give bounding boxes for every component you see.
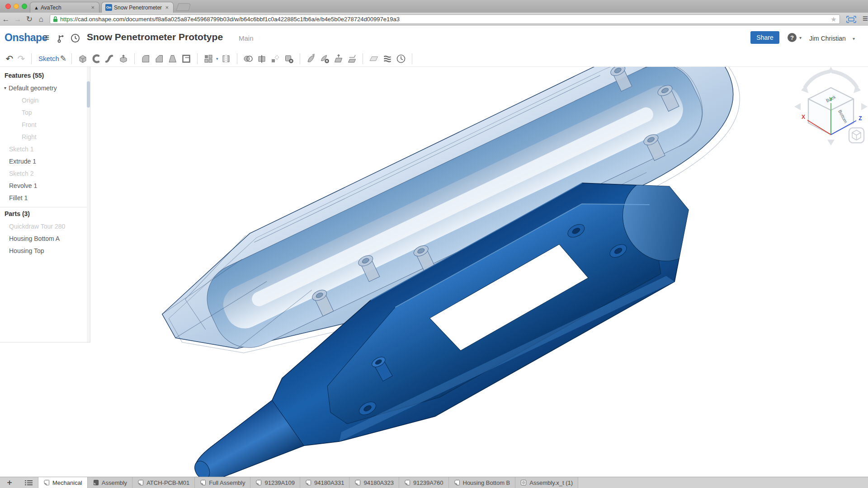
scrollbar-thumb[interactable] [87,81,90,108]
linear-pattern-icon[interactable] [203,53,214,64]
feature-item-extrude-1[interactable]: Extrude 1 [0,155,90,167]
tab-label: Full Assembly [209,479,245,486]
tab-label: ATCH-PCB-M01 [146,479,189,486]
part-label: Quickdraw Tour 280 [9,223,65,230]
element-tab-91239a760[interactable]: 91239A760 [399,477,449,488]
features-scrollbar[interactable] [87,67,90,342]
sweep-icon[interactable] [104,53,115,64]
plane-icon[interactable] [368,53,379,64]
element-tab-mechanical[interactable]: Mechanical [38,477,88,488]
replace-face-icon[interactable] [346,53,357,64]
feature-label: Revolve 1 [9,182,37,189]
delete-part-icon[interactable] [283,53,294,64]
part-item-housing-top[interactable]: Housing Top [0,244,90,257]
history-clock-icon[interactable] [396,53,406,64]
move-face-icon[interactable] [333,53,344,64]
tab-close-icon[interactable]: × [164,4,170,11]
element-tab-assembly-xt[interactable]: Assembly.x_t (1) [515,477,578,488]
browser-tab-strip: ▲ AvaTech × On Snow Penetrometer Protot … [0,0,868,13]
feature-item-sketch-2[interactable]: Sketch 2 [0,167,90,179]
element-tab-housing-bottom-b[interactable]: Housing Bottom B [449,477,516,488]
feature-item-front[interactable]: Front [0,118,90,131]
split-icon[interactable] [256,53,267,64]
loft-icon[interactable] [118,53,129,64]
modify-fillet-icon[interactable] [306,53,316,64]
undo-button[interactable]: ↶ [4,53,15,64]
feature-item-fillet-1[interactable]: Fillet 1 [0,192,90,204]
window-close-button[interactable] [5,4,11,9]
avatech-favicon-icon: ▲ [34,5,39,10]
part-studio-icon [404,479,410,486]
feature-item-sketch-1[interactable]: Sketch 1 [0,143,90,155]
helix-icon[interactable] [382,53,393,64]
extrude-icon[interactable] [77,53,88,64]
revolve-icon[interactable] [91,53,102,64]
new-tab-button[interactable] [176,3,191,11]
document-menu-icon[interactable]: ≡ [43,32,49,44]
feature-toolbar: ↶ ↷ Sketch ✎ ▾ [0,51,868,67]
address-bar[interactable]: https://cad.onshape.com/documents/f8a6a0… [50,14,840,24]
mirror-icon[interactable] [221,53,231,64]
browser-tab-avatech[interactable]: ▲ AvaTech × [30,2,99,13]
workspace-name[interactable]: Main [239,34,254,42]
element-tab-atch-pcb-m01[interactable]: ATCH-PCB-M01 [132,477,195,488]
delete-face-icon[interactable] [319,53,330,64]
share-button[interactable]: Share [750,31,779,44]
window-minimize-button[interactable] [14,4,19,9]
tab-list-button[interactable] [19,477,38,488]
reload-button[interactable]: ↻ [24,14,35,24]
redo-button[interactable]: ↷ [15,53,27,64]
history-icon[interactable] [71,33,80,43]
element-tab-94180a331[interactable]: 94180A331 [300,477,350,488]
feature-label: Sketch 1 [9,145,33,153]
feature-item-top[interactable]: Top [0,106,90,118]
home-button[interactable]: ⌂ [35,15,47,24]
window-zoom-button[interactable] [22,4,27,9]
fillet-icon[interactable] [140,53,151,64]
user-menu[interactable]: Jim Christian [809,35,846,42]
feature-item-default-geometry[interactable]: ▾ Default geometry [0,82,90,94]
transform-icon[interactable] [270,53,281,64]
chevron-down-icon[interactable]: ▾ [4,85,6,90]
boolean-icon[interactable] [243,53,254,64]
isometric-view-button[interactable] [849,128,864,143]
element-tab-94180a323[interactable]: 94180A323 [349,477,399,488]
help-icon[interactable]: ? [788,33,797,42]
part-label: Housing Bottom A [9,235,60,242]
presentation-mode-icon[interactable] [846,16,856,23]
tab-close-icon[interactable]: × [90,4,95,11]
sketch-button[interactable]: Sketch [38,55,59,62]
element-tab-bar: + Mechanical Assembly ATCH-PCB-M01 Full … [0,477,868,488]
model-viewport[interactable]: Back Bottom X Y Z [0,67,868,477]
feature-item-right[interactable]: Right [0,131,90,143]
tab-label: Assembly [102,479,127,486]
forward-button[interactable]: → [12,15,24,24]
add-tab-button[interactable]: + [0,477,19,488]
onshape-logo[interactable]: Onshape [5,32,47,44]
browser-tab-onshape[interactable]: On Snow Penetrometer Protot × [101,2,174,13]
view-cube[interactable]: Back Bottom X Y Z [794,67,868,145]
sketch-pencil-icon[interactable]: ✎ [60,54,66,63]
features-panel: Features (55) ▾ Default geometry Origin … [0,67,90,343]
feature-label: Right [22,133,37,141]
chrome-menu-icon[interactable]: ≡ [863,13,868,24]
chamfer-icon[interactable] [154,53,165,64]
element-tab-91239a109[interactable]: 91239A109 [250,477,300,488]
back-button[interactable]: ← [0,15,12,24]
element-tab-full-assembly[interactable]: Full Assembly [195,477,250,488]
versions-branch-icon[interactable] [57,33,66,43]
feature-label: Front [22,121,37,128]
pattern-caret-icon[interactable]: ▾ [216,56,218,61]
bookmark-star-icon[interactable]: ★ [830,15,836,23]
element-tab-assembly[interactable]: Assembly [88,477,132,488]
feature-item-revolve-1[interactable]: Revolve 1 [0,179,90,192]
part-item-housing-bottom-a[interactable]: Housing Bottom A [0,232,90,244]
help-caret-icon[interactable]: ▾ [799,35,802,40]
user-caret-icon[interactable]: ▾ [853,36,855,41]
shell-icon[interactable] [181,53,192,64]
part-studio-icon [43,479,50,486]
feature-item-origin[interactable]: Origin [0,94,90,106]
parts-title: Parts (3) [0,207,90,220]
part-item-quickdraw-tour-280[interactable]: Quickdraw Tour 280 [0,220,90,232]
draft-icon[interactable] [167,53,178,64]
